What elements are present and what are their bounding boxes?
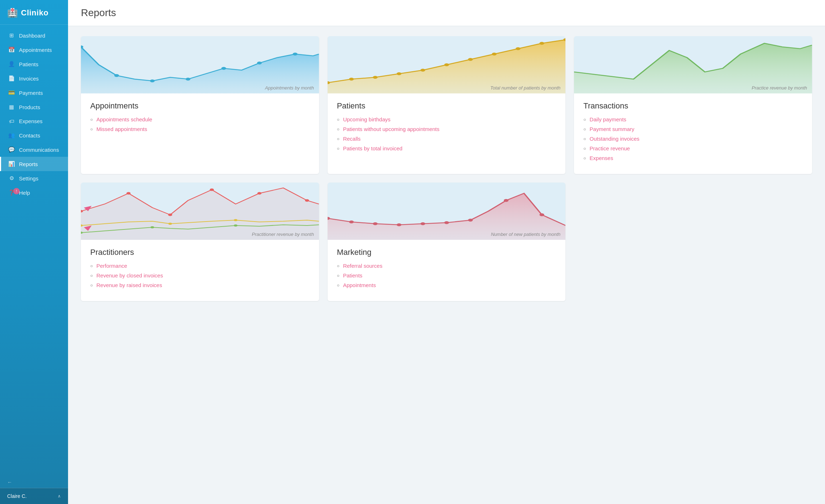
- reports-grid: Appointments by month Appointments Appoi…: [68, 26, 825, 311]
- collapse-button[interactable]: ←: [0, 476, 68, 488]
- main-content: Reports Appointments by month Appointmen…: [68, 0, 825, 504]
- svg-point-27: [210, 189, 214, 191]
- report-link: Referral sources: [337, 263, 556, 269]
- payments-icon: 💳: [8, 89, 15, 96]
- svg-point-32: [234, 224, 237, 227]
- sidebar-item-label: Settings: [19, 175, 38, 181]
- sidebar-item-payments[interactable]: 💳Payments: [0, 86, 68, 100]
- report-link-anchor[interactable]: Missed appointments: [96, 126, 147, 132]
- svg-point-10: [349, 78, 353, 81]
- sidebar-item-label: Communications: [19, 147, 59, 153]
- svg-point-6: [257, 62, 262, 64]
- svg-point-38: [349, 220, 353, 223]
- chart-label: Total number of patients by month: [490, 85, 560, 91]
- card-links: Appointments schedule Missed appointment…: [90, 116, 310, 132]
- card-body: Patients Upcoming birthdays Patients wit…: [328, 93, 566, 164]
- report-link: Payment summary: [583, 126, 803, 132]
- card-title: Practitioners: [90, 248, 310, 257]
- report-link-anchor[interactable]: Expenses: [590, 155, 613, 161]
- sidebar-item-patients[interactable]: 👤Patients: [0, 57, 68, 71]
- sidebar-item-label: Appointments: [19, 47, 52, 53]
- report-link: Outstanding invoices: [583, 136, 803, 142]
- sidebar-item-help[interactable]: ❓! Help: [0, 185, 68, 200]
- report-link-anchor[interactable]: Performance: [96, 263, 127, 269]
- report-link-anchor[interactable]: Referral sources: [343, 263, 382, 269]
- report-card-practitioners: Practitioner revenue by month Practition…: [81, 183, 319, 301]
- chart-label: Practice revenue by month: [752, 85, 807, 91]
- report-link-anchor[interactable]: Appointments: [343, 282, 376, 288]
- card-chart-marketing: Number of new patients by month: [328, 183, 566, 240]
- sidebar-item-settings[interactable]: ⚙Settings: [0, 171, 68, 185]
- card-body: Transactions Daily payments Payment summ…: [574, 93, 812, 174]
- report-link-anchor[interactable]: Upcoming birthdays: [343, 116, 391, 122]
- svg-point-41: [420, 222, 425, 225]
- svg-point-40: [396, 223, 401, 226]
- sidebar-item-products[interactable]: ▦Products: [0, 100, 68, 114]
- card-title: Transactions: [583, 101, 803, 111]
- report-link: Missed appointments: [90, 126, 310, 132]
- card-chart-transactions: Practice revenue by month: [574, 36, 812, 93]
- invoices-icon: 📄: [8, 75, 15, 82]
- report-link-anchor[interactable]: Patients by total invoiced: [343, 145, 402, 151]
- report-link: Upcoming birthdays: [337, 116, 556, 122]
- dashboard-icon: ⊞: [8, 32, 15, 39]
- sidebar-item-label: Invoices: [19, 76, 39, 82]
- svg-point-42: [444, 221, 449, 224]
- report-link: Revenue by closed invoices: [90, 272, 310, 278]
- svg-point-15: [468, 58, 473, 61]
- report-link: Expenses: [583, 155, 803, 161]
- sidebar-item-label: Patients: [19, 61, 38, 67]
- sidebar-item-dashboard[interactable]: ⊞Dashboard: [0, 28, 68, 43]
- card-links: Referral sources Patients Appointments: [337, 263, 556, 288]
- sidebar-item-communications[interactable]: 💬Communications: [0, 142, 68, 157]
- svg-point-14: [444, 63, 449, 66]
- svg-point-1: [81, 45, 83, 48]
- svg-point-4: [185, 78, 190, 81]
- report-link-anchor[interactable]: Payment summary: [590, 126, 635, 132]
- svg-point-12: [396, 72, 401, 75]
- report-link-anchor[interactable]: Recalls: [343, 136, 361, 142]
- sidebar-item-expenses[interactable]: 🏷Expenses: [0, 114, 68, 128]
- svg-point-7: [293, 53, 298, 55]
- chart-label: Appointments by month: [265, 85, 314, 91]
- card-title: Patients: [337, 101, 556, 111]
- svg-point-5: [221, 67, 226, 70]
- svg-point-11: [373, 76, 377, 79]
- report-link: Patients without upcoming appointments: [337, 126, 556, 132]
- logo: 🏥 Cliniko: [0, 0, 68, 25]
- report-link-anchor[interactable]: Appointments schedule: [96, 116, 152, 122]
- sidebar-item-contacts[interactable]: 👥Contacts: [0, 128, 68, 142]
- card-body: Marketing Referral sources Patients Appo…: [328, 240, 566, 301]
- report-link: Daily payments: [583, 116, 803, 122]
- products-icon: ▦: [8, 104, 15, 110]
- report-link: Revenue by raised invoices: [90, 282, 310, 288]
- report-link-anchor[interactable]: Practice revenue: [590, 145, 630, 151]
- sidebar-item-label: Dashboard: [19, 33, 45, 39]
- card-links: Performance Revenue by closed invoices R…: [90, 263, 310, 288]
- report-link-anchor[interactable]: Revenue by closed invoices: [96, 272, 163, 278]
- report-link-anchor[interactable]: Patients without upcoming appointments: [343, 126, 439, 132]
- appointments-icon: 📅: [8, 47, 15, 53]
- sidebar-item-appointments[interactable]: 📅Appointments: [0, 43, 68, 57]
- card-links: Upcoming birthdays Patients without upco…: [337, 116, 556, 151]
- report-link-anchor[interactable]: Revenue by raised invoices: [96, 282, 162, 288]
- chevron-up-icon[interactable]: ∧: [58, 494, 61, 499]
- sidebar-item-invoices[interactable]: 📄Invoices: [0, 71, 68, 86]
- report-link: Patients: [337, 272, 556, 278]
- report-link-anchor[interactable]: Outstanding invoices: [590, 136, 640, 142]
- app-name: Cliniko: [21, 8, 49, 18]
- report-link-anchor[interactable]: Patients: [343, 272, 362, 278]
- sidebar-item-label: Products: [19, 104, 40, 110]
- svg-point-45: [539, 213, 544, 216]
- report-link-anchor[interactable]: Daily payments: [590, 116, 627, 122]
- svg-point-35: [234, 219, 237, 221]
- svg-point-44: [504, 199, 508, 202]
- sidebar-item-reports[interactable]: 📊Reports: [0, 157, 68, 171]
- svg-point-16: [492, 53, 496, 55]
- report-card-appointments: Appointments by month Appointments Appoi…: [81, 36, 319, 174]
- report-link: Recalls: [337, 136, 556, 142]
- card-body: Practitioners Performance Revenue by clo…: [81, 240, 319, 301]
- report-link: Performance: [90, 263, 310, 269]
- report-link: Appointments schedule: [90, 116, 310, 122]
- svg-point-39: [373, 222, 377, 225]
